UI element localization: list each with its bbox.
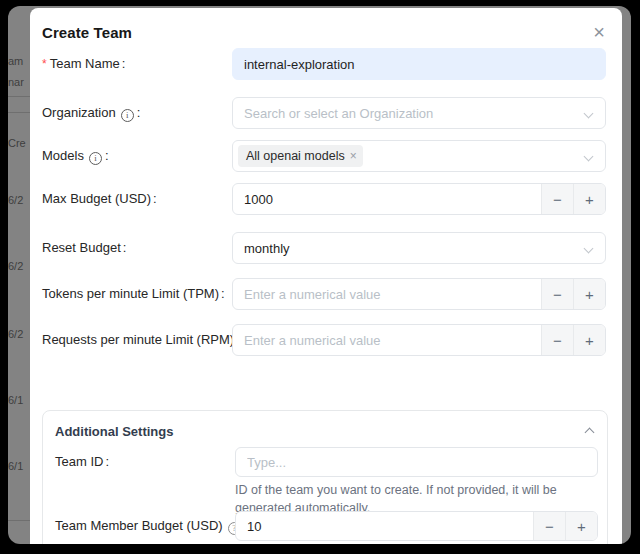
bg-text-fragment: nar <box>8 76 24 88</box>
organization-row: Organizationi: Search or select an Organ… <box>30 97 622 129</box>
models-select[interactable]: All openai models × <box>232 140 606 172</box>
reset-budget-select[interactable]: monthly <box>232 232 606 264</box>
tpm-stepper: − + <box>232 278 606 310</box>
close-icon[interactable]: × <box>587 20 611 44</box>
decrement-button[interactable]: − <box>541 184 573 214</box>
decrement-button[interactable]: − <box>541 325 573 355</box>
reset-budget-value: monthly <box>244 241 290 256</box>
team-name-label: *Team Name: <box>42 48 125 80</box>
max-budget-label: Max Budget (USD): <box>42 183 157 215</box>
bg-date-fragment: 6/1 <box>8 460 23 472</box>
team-id-input[interactable] <box>235 447 598 477</box>
team-member-budget-stepper: − + <box>235 511 598 541</box>
chevron-up-icon[interactable] <box>585 428 595 438</box>
selected-model-tag: All openai models × <box>238 145 363 167</box>
chevron-down-icon <box>584 109 594 119</box>
increment-button[interactable]: + <box>573 325 605 355</box>
bg-text-fragment: am <box>8 55 23 67</box>
max-budget-row: Max Budget (USD): − + <box>30 183 622 215</box>
additional-settings-title: Additional Settings <box>55 424 173 439</box>
team-member-budget-label: Team Member Budget (USD)?: <box>55 511 247 541</box>
remove-tag-icon[interactable]: × <box>350 150 357 162</box>
reset-budget-row: Reset Budget: monthly <box>30 232 622 264</box>
bg-date-fragment: 6/1 <box>8 394 23 406</box>
app-window: am nar Cre 6/2 6/2 6/2 6/1 6/1 Create Te… <box>8 6 631 544</box>
create-team-modal: Create Team × *Team Name: Organizationi:… <box>30 8 622 544</box>
models-label: Modelsi: <box>42 140 109 172</box>
bg-table-divider <box>8 520 30 521</box>
chevron-down-icon <box>584 152 594 162</box>
bg-date-fragment: 6/2 <box>8 328 23 340</box>
info-icon: i <box>121 109 134 122</box>
tpm-limit-row: Tokens per minute Limit (TPM): − + <box>30 278 622 310</box>
rpm-limit-row: Requests per minute Limit (RPM): − + <box>30 324 622 356</box>
max-budget-stepper: − + <box>232 183 606 215</box>
organization-placeholder: Search or select an Organization <box>244 106 433 121</box>
bg-table-divider <box>8 112 30 113</box>
rpm-stepper: − + <box>232 324 606 356</box>
info-icon: i <box>89 152 102 165</box>
bg-text-fragment: Cre <box>8 137 26 149</box>
tpm-input[interactable] <box>233 279 541 309</box>
bg-date-fragment: 6/2 <box>8 260 23 272</box>
team-name-input[interactable] <box>232 48 606 80</box>
models-row: Modelsi: All openai models × <box>30 140 622 172</box>
bg-table-divider <box>8 96 30 97</box>
tpm-limit-label: Tokens per minute Limit (TPM): <box>42 278 225 310</box>
required-asterisk: * <box>42 57 47 71</box>
organization-label: Organizationi: <box>42 97 140 129</box>
decrement-button[interactable]: − <box>541 279 573 309</box>
reset-budget-label: Reset Budget: <box>42 232 126 264</box>
increment-button[interactable]: + <box>565 512 597 540</box>
modal-title: Create Team <box>42 24 132 41</box>
max-budget-input[interactable] <box>233 184 541 214</box>
increment-button[interactable]: + <box>573 279 605 309</box>
rpm-limit-label: Requests per minute Limit (RPM): <box>42 324 240 356</box>
additional-settings-panel: Additional Settings Team ID: ID of the t… <box>42 410 608 544</box>
team-member-budget-row: Team Member Budget (USD)?: − + <box>43 511 607 541</box>
increment-button[interactable]: + <box>573 184 605 214</box>
organization-select[interactable]: Search or select an Organization <box>232 97 606 129</box>
dimmed-background-table: am nar Cre 6/2 6/2 6/2 6/1 6/1 <box>8 6 30 544</box>
team-name-row: *Team Name: <box>30 48 622 80</box>
rpm-input[interactable] <box>233 325 541 355</box>
chevron-down-icon <box>584 244 594 254</box>
team-id-row: Team ID: <box>43 447 607 477</box>
team-id-label: Team ID: <box>55 447 109 477</box>
bg-date-fragment: 6/2 <box>8 194 23 206</box>
decrement-button[interactable]: − <box>533 512 565 540</box>
team-member-budget-input[interactable] <box>236 512 533 540</box>
